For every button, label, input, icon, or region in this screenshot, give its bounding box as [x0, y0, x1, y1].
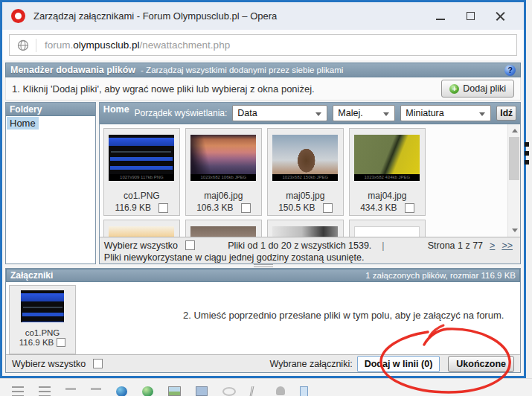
- last-page-link[interactable]: >>: [501, 240, 513, 251]
- sort-value: Data: [237, 108, 257, 118]
- file-size: 150.5 KB: [278, 202, 315, 213]
- close-button[interactable]: [485, 5, 515, 28]
- attachment-checkbox[interactable]: [57, 338, 65, 347]
- minimize-button[interactable]: [426, 5, 455, 28]
- taskbar-icon[interactable]: [168, 386, 181, 396]
- thumb-caption: 1023x682 150kb JPEG: [272, 174, 338, 181]
- sort-label: Porządek wyświetlania:: [135, 108, 228, 118]
- attachments-body: co1.PNG 116.9 KB 2. Umieść poprzednio pr…: [6, 282, 520, 354]
- page-info: Strona 1 z 77: [428, 240, 483, 251]
- file-name: maj05.jpg: [286, 191, 324, 201]
- manager-subtitle: - Zarządzaj wszystkimi dodanymi przez si…: [141, 66, 343, 74]
- taskbar-icon[interactable]: [91, 388, 101, 396]
- url-prefix: forum.: [45, 39, 73, 51]
- step2-text: 2. Umieść poprzednio przesłane pliki w t…: [183, 310, 504, 321]
- file-thumbnail: 1023x682 106kb JPEG: [190, 135, 256, 181]
- selected-attachments-label: Wybrane załączniki:: [270, 359, 353, 369]
- taskbar-icon[interactable]: [65, 388, 76, 396]
- view-select[interactable]: Miniatura: [400, 105, 491, 121]
- taskbar-icon[interactable]: [250, 386, 263, 396]
- attach-select-all-label: Wybierz wszystko: [12, 359, 86, 369]
- scrollbar-thumb[interactable]: [509, 137, 519, 180]
- taskbar-icon[interactable]: [142, 386, 153, 396]
- done-button[interactable]: Ukończone: [448, 356, 514, 372]
- browser-info-bar: Wybierz wszystko Pliki od 1 do 20 z wszy…: [100, 237, 520, 264]
- order-select[interactable]: Malej.: [333, 105, 395, 121]
- address-bar: forum.olympusclub.pl/newattachment.php: [2, 30, 524, 60]
- file-cell[interactable]: 1023x682 106kb JPEG maj06.jpg 106.3 KB: [185, 128, 262, 216]
- file-thumbnail: 1023x682 150kb JPEG: [272, 135, 338, 181]
- next-page-link[interactable]: >: [490, 240, 495, 251]
- sort-select[interactable]: Data: [232, 105, 327, 121]
- thumb-caption: 1023x682 434kb JPEG: [354, 174, 420, 181]
- thumbnail-scrollbar[interactable]: [507, 124, 520, 237]
- taskbar-icon[interactable]: [196, 386, 208, 396]
- attachments-title: Załączniki: [10, 270, 53, 281]
- range-info: Pliki od 1 do 20 z wszystkich 1539.: [228, 240, 371, 251]
- select-all-checkbox[interactable]: [185, 240, 195, 250]
- file-cell[interactable]: 1027x909 117kb PNG co1.PNG 116.9 KB: [103, 128, 180, 216]
- maximize-button[interactable]: [455, 5, 485, 28]
- maximize-icon: [467, 12, 475, 20]
- window-title: Zarządzaj załącznikami - Forum Olympuscl…: [33, 10, 277, 22]
- file-thumbnail: [354, 226, 420, 237]
- resize-grip[interactable]: [254, 264, 273, 267]
- file-browser-panel: Home Porządek wyświetlania: Data Malej. …: [99, 102, 521, 264]
- file-cell[interactable]: [185, 220, 262, 237]
- taskbar-icon[interactable]: [222, 387, 236, 396]
- taskbar-icon[interactable]: [39, 386, 51, 396]
- attach-select-all-checkbox[interactable]: [93, 359, 103, 368]
- background-window-fragment: [525, 151, 529, 156]
- opera-window: Zarządzaj załącznikami - Forum Olympuscl…: [0, 0, 526, 378]
- plus-icon: +: [449, 84, 459, 94]
- close-icon: [496, 11, 505, 21]
- taskbar-icon[interactable]: [12, 386, 24, 396]
- taskbar-icons: [12, 386, 308, 396]
- file-cell[interactable]: 1023x682 434kb JPEG maj04.jpg 434.3 KB: [349, 128, 426, 216]
- file-thumbnail: 1023x682 434kb JPEG: [354, 135, 420, 181]
- file-size: 106.3 KB: [196, 202, 233, 213]
- file-checkbox[interactable]: [405, 203, 414, 213]
- url-separator: [36, 39, 36, 52]
- thumb-caption: 1023x682 106kb JPEG: [190, 174, 256, 181]
- main-area: Foldery Home Home Porządek wyświetlania:…: [5, 102, 521, 264]
- add-files-button[interactable]: + Dodaj pliki: [441, 80, 514, 98]
- attachment-size: 116.9 KB: [19, 338, 54, 347]
- url-input[interactable]: forum.olympusclub.pl/newattachment.php: [9, 34, 517, 56]
- url-text: forum.olympusclub.pl/newattachment.php: [45, 39, 230, 51]
- taskbar-icon[interactable]: [300, 386, 308, 396]
- attachments-section: Załączniki 1 załączonych plików, rozmiar…: [5, 268, 521, 373]
- manager-header: Menadżer dodawania plików - Zarządzaj ws…: [5, 63, 521, 77]
- browser-toolbar: Home Porządek wyświetlania: Data Malej. …: [100, 103, 520, 124]
- attachment-name: co1.PNG: [25, 328, 60, 337]
- file-checkbox[interactable]: [241, 203, 251, 213]
- file-cell[interactable]: 1023x682 150kb JPEG maj05.jpg 150.5 KB: [267, 128, 344, 216]
- file-thumbnail: [190, 226, 256, 237]
- taskbar-icon[interactable]: [116, 386, 127, 396]
- taskbar-icon[interactable]: [276, 386, 285, 395]
- file-cell[interactable]: [267, 220, 344, 237]
- folders-header: Foldery: [6, 103, 95, 116]
- add-files-label: Dodaj pliki: [463, 83, 506, 94]
- minimize-icon: [436, 19, 445, 20]
- attachments-footer: Wybierz wszystko Wybrane załączniki: Dod…: [6, 354, 520, 372]
- folder-item-home[interactable]: Home: [7, 117, 39, 130]
- help-icon[interactable]: ?: [504, 65, 516, 76]
- thumbnail-row-1: 1027x909 117kb PNG co1.PNG 116.9 KB 1023…: [100, 124, 429, 216]
- scroll-down-icon[interactable]: [508, 224, 520, 237]
- info-separator: |: [382, 240, 384, 251]
- file-cell[interactable]: [103, 220, 180, 237]
- attachment-cell[interactable]: co1.PNG 116.9 KB: [9, 285, 76, 354]
- url-domain: olympusclub.pl: [73, 39, 139, 51]
- file-checkbox[interactable]: [323, 203, 333, 213]
- folders-panel: Foldery Home: [5, 102, 96, 264]
- thumbnail-row-2: [100, 216, 429, 237]
- add-inline-button[interactable]: Dodaj w linii (0): [357, 356, 440, 372]
- file-cell[interactable]: [349, 220, 426, 237]
- background-window-fragment: [525, 160, 529, 165]
- file-name: maj04.jpg: [368, 191, 406, 201]
- scroll-up-icon[interactable]: [508, 124, 520, 137]
- file-checkbox[interactable]: [158, 203, 168, 213]
- step1-row: 1. Kliknij 'Dodaj pliki', aby wgrać nowe…: [5, 77, 521, 100]
- go-button[interactable]: Idź: [496, 106, 516, 121]
